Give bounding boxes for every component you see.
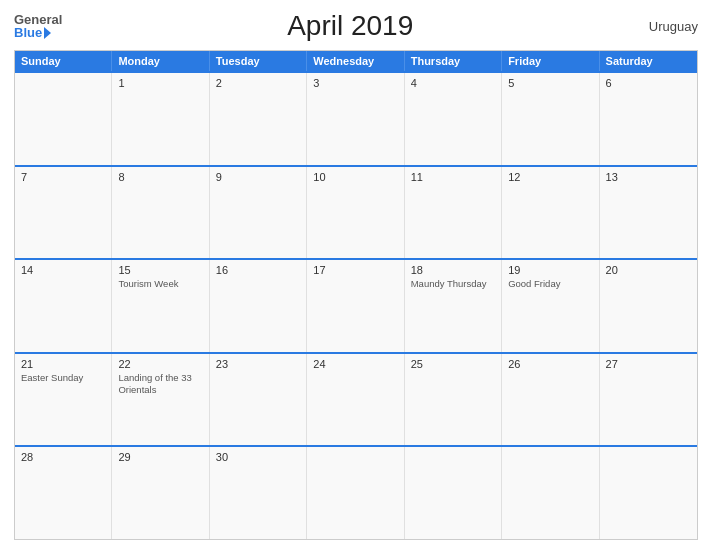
calendar-body: 1 2 3 4 5 6 7 8 9 10 11 12 13 14 bbox=[15, 71, 697, 539]
logo: General Blue bbox=[14, 13, 62, 39]
cell-w3-wed: 17 bbox=[307, 260, 404, 352]
cell-w4-sat: 27 bbox=[600, 354, 697, 446]
cell-w4-fri: 26 bbox=[502, 354, 599, 446]
week-3: 14 15 Tourism Week 16 17 18 Maundy Thurs… bbox=[15, 258, 697, 352]
week-5: 28 29 30 bbox=[15, 445, 697, 539]
header: General Blue April 2019 Uruguay bbox=[14, 10, 698, 42]
cell-w1-sat: 6 bbox=[600, 73, 697, 165]
cell-w1-thu: 4 bbox=[405, 73, 502, 165]
cell-w3-fri: 19 Good Friday bbox=[502, 260, 599, 352]
cell-w4-tue: 23 bbox=[210, 354, 307, 446]
cell-w1-fri: 5 bbox=[502, 73, 599, 165]
calendar-title: April 2019 bbox=[62, 10, 638, 42]
cell-w3-tue: 16 bbox=[210, 260, 307, 352]
week-1: 1 2 3 4 5 6 bbox=[15, 71, 697, 165]
cell-w4-thu: 25 bbox=[405, 354, 502, 446]
cell-w2-thu: 11 bbox=[405, 167, 502, 259]
cell-w2-tue: 9 bbox=[210, 167, 307, 259]
calendar-header-row: Sunday Monday Tuesday Wednesday Thursday… bbox=[15, 51, 697, 71]
calendar-grid: Sunday Monday Tuesday Wednesday Thursday… bbox=[14, 50, 698, 540]
header-monday: Monday bbox=[112, 51, 209, 71]
header-thursday: Thursday bbox=[405, 51, 502, 71]
week-4: 21 Easter Sunday 22 Landing of the 33 Or… bbox=[15, 352, 697, 446]
cell-w4-mon: 22 Landing of the 33 Orientals bbox=[112, 354, 209, 446]
cell-w2-sat: 13 bbox=[600, 167, 697, 259]
cell-w1-mon: 1 bbox=[112, 73, 209, 165]
header-friday: Friday bbox=[502, 51, 599, 71]
cell-w5-tue: 30 bbox=[210, 447, 307, 539]
cell-w2-fri: 12 bbox=[502, 167, 599, 259]
week-2: 7 8 9 10 11 12 13 bbox=[15, 165, 697, 259]
cell-w5-wed bbox=[307, 447, 404, 539]
cell-w4-wed: 24 bbox=[307, 354, 404, 446]
cell-w5-fri bbox=[502, 447, 599, 539]
cell-w1-wed: 3 bbox=[307, 73, 404, 165]
cell-w5-thu bbox=[405, 447, 502, 539]
cell-w1-sun bbox=[15, 73, 112, 165]
calendar-page: General Blue April 2019 Uruguay Sunday M… bbox=[0, 0, 712, 550]
cell-w4-sun: 21 Easter Sunday bbox=[15, 354, 112, 446]
cell-w1-tue: 2 bbox=[210, 73, 307, 165]
cell-w5-mon: 29 bbox=[112, 447, 209, 539]
header-sunday: Sunday bbox=[15, 51, 112, 71]
country-label: Uruguay bbox=[638, 19, 698, 34]
header-wednesday: Wednesday bbox=[307, 51, 404, 71]
cell-w5-sun: 28 bbox=[15, 447, 112, 539]
cell-w3-sun: 14 bbox=[15, 260, 112, 352]
cell-w3-sat: 20 bbox=[600, 260, 697, 352]
cell-w2-sun: 7 bbox=[15, 167, 112, 259]
header-saturday: Saturday bbox=[600, 51, 697, 71]
cell-w5-sat bbox=[600, 447, 697, 539]
header-tuesday: Tuesday bbox=[210, 51, 307, 71]
cell-w3-thu: 18 Maundy Thursday bbox=[405, 260, 502, 352]
logo-triangle-icon bbox=[44, 27, 51, 39]
cell-w3-mon: 15 Tourism Week bbox=[112, 260, 209, 352]
cell-w2-mon: 8 bbox=[112, 167, 209, 259]
cell-w2-wed: 10 bbox=[307, 167, 404, 259]
logo-blue-text: Blue bbox=[14, 26, 62, 39]
